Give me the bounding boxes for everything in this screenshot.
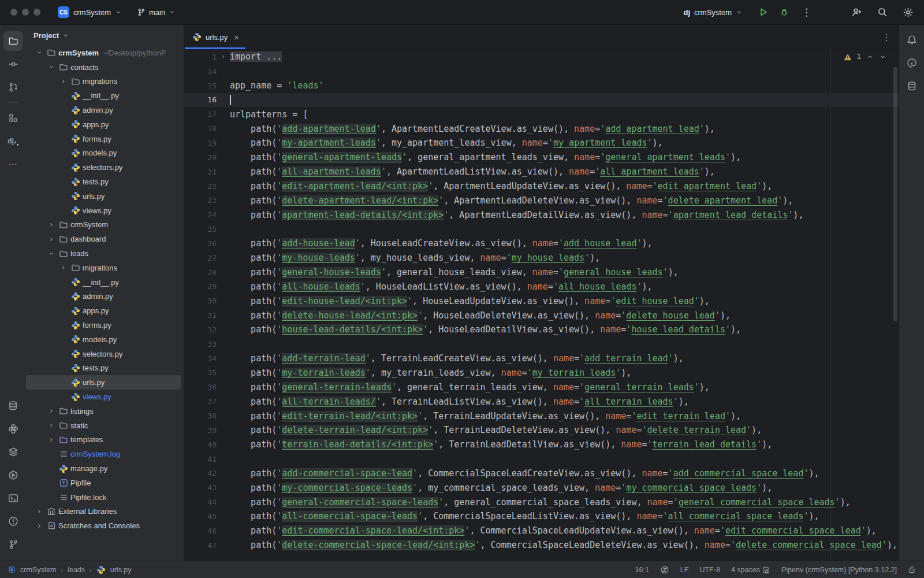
indent-widget[interactable]: 4 spaces <box>731 566 770 574</box>
window-minimize-button[interactable] <box>22 9 29 16</box>
tool-button-version-control-icon[interactable] <box>3 535 23 554</box>
tree-item-selectors-py[interactable]: selectors.py <box>26 347 184 361</box>
line-number[interactable]: 28 <box>184 268 217 277</box>
code-line-38[interactable]: 38 path('edit-terrain-lead/<int:pk>', Te… <box>184 409 899 423</box>
chevron-right-icon[interactable] <box>33 523 45 529</box>
tool-button-project-folder-icon[interactable] <box>3 31 23 51</box>
prev-problem-chevron-up-icon[interactable] <box>866 53 874 61</box>
tool-button-commit-icon[interactable] <box>3 54 23 74</box>
line-number[interactable]: 14 <box>184 67 217 76</box>
search-everywhere-icon[interactable] <box>877 7 888 17</box>
line-number[interactable]: 20 <box>184 153 217 162</box>
code-line-18[interactable]: 18 path('add-apartment-lead', ApartmentL… <box>184 121 899 136</box>
code-line-17[interactable]: 17urlpatterns = [ <box>184 107 899 121</box>
tool-button-python-packages-icon[interactable] <box>3 419 23 439</box>
tool-button-notifications-bell-icon[interactable] <box>902 30 922 50</box>
project-panel-header[interactable]: Project <box>26 25 184 46</box>
line-number[interactable]: 43 <box>184 483 217 492</box>
debug-button[interactable] <box>780 8 789 17</box>
code-line-40[interactable]: 40 path('terrain-lead-details/<int:pk>',… <box>184 438 899 452</box>
tool-button-layers-icon[interactable] <box>3 442 23 462</box>
code-line-35[interactable]: 35 path('my-terrain-leads', my_terrain_l… <box>184 366 899 380</box>
line-number[interactable]: 40 <box>184 440 217 449</box>
chevron-down-icon[interactable] <box>45 64 57 71</box>
code-line-30[interactable]: 30 path('edit-house-lead/<int:pk>', Hous… <box>184 294 899 308</box>
line-number[interactable]: 33 <box>184 340 217 349</box>
code-line-47[interactable]: 47 path('delete-commercial-space-lead/<i… <box>184 538 899 553</box>
line-number[interactable]: 47 <box>184 541 217 550</box>
tree-item-selectors-py[interactable]: selectors.py <box>26 160 184 175</box>
line-number[interactable]: 24 <box>184 210 217 219</box>
tree-item-models-py[interactable]: models.py <box>26 146 184 161</box>
chevron-right-icon[interactable] <box>45 422 57 429</box>
tree-item-scratches-and-consoles[interactable]: Scratches and Consoles <box>26 518 184 533</box>
tree-item-forms-py[interactable]: forms.py <box>26 132 184 146</box>
code-line-24[interactable]: 24 path('apartment-lead-details/<int:pk>… <box>184 208 899 222</box>
tree-item-tests-py[interactable]: tests.py <box>26 175 184 189</box>
tool-button-pull-requests-icon[interactable] <box>3 77 23 97</box>
tree-item-crmsystem[interactable]: crmSystem~/Desktop/pythonP <box>26 46 184 60</box>
tree-item-crmsystem-log[interactable]: crmSystem.log <box>26 447 184 461</box>
code-line-29[interactable]: 29 path('all-house-leads', HouseLeadList… <box>184 280 899 294</box>
tree-item-templates[interactable]: templates <box>26 433 184 447</box>
highlighting-level-icon[interactable] <box>660 565 669 575</box>
tree-item-dashboard[interactable]: dashboard <box>26 232 184 246</box>
line-number[interactable]: 35 <box>184 368 217 377</box>
inspections-widget[interactable]: 1 <box>844 53 886 61</box>
code-line-45[interactable]: 45 path('all-commercial-space-leads', Co… <box>184 509 899 524</box>
interpreter-widget[interactable]: Pipenv (crmSystem) [Python 3.12.2] <box>781 566 897 574</box>
line-number[interactable]: 27 <box>184 254 217 262</box>
tool-button-terminal-icon[interactable] <box>3 488 23 508</box>
code-line-25[interactable]: 25 <box>184 222 899 236</box>
line-number[interactable]: 34 <box>184 354 217 363</box>
tree-item-forms-py[interactable]: forms.py <box>26 318 184 332</box>
line-number[interactable]: 44 <box>184 498 217 506</box>
code-line-36[interactable]: 36 path('general-terrain-leads', general… <box>184 380 899 394</box>
tool-button-database-icon[interactable] <box>902 76 922 96</box>
line-number[interactable]: 31 <box>184 311 217 320</box>
code-line-21[interactable]: 21 path('all-apartment-leads', Apartment… <box>184 165 899 179</box>
code-line-42[interactable]: 42 path('add-commercial-space-lead', Com… <box>184 466 899 480</box>
tool-button-structure-icon[interactable] <box>3 108 23 128</box>
code-line-23[interactable]: 23 path('delete-apartment-lead/<int:pk>'… <box>184 193 899 208</box>
tab-urls-py[interactable]: urls.py × <box>184 25 246 49</box>
tree-item-tests-py[interactable]: tests.py <box>26 361 184 376</box>
chevron-right-icon[interactable] <box>45 221 57 228</box>
tree-item-migrations[interactable]: migrations <box>26 75 184 89</box>
chevron-right-icon[interactable] <box>45 236 57 243</box>
tool-button-database-tool-icon[interactable] <box>3 396 23 416</box>
tool-button-problems-icon[interactable] <box>3 512 23 531</box>
window-close-button[interactable] <box>10 9 17 16</box>
run-configuration-widget[interactable]: dj crmSystem <box>683 8 743 17</box>
code-line-20[interactable]: 20 path('general-apartment-leads', gener… <box>184 150 899 165</box>
chevron-right-icon[interactable] <box>57 78 69 85</box>
code-line-19[interactable]: 19 path('my-apartment-leads', my_apartme… <box>184 136 899 150</box>
tool-button-ai-assistant-icon[interactable] <box>902 53 922 73</box>
fold-arrow-icon[interactable]: › <box>217 53 230 61</box>
line-number[interactable]: 1 <box>184 53 217 61</box>
code-line-33[interactable]: 33 <box>184 337 899 351</box>
tree-item-manage-py[interactable]: manage.py <box>26 461 184 476</box>
encoding-widget[interactable]: UTF-8 <box>699 566 720 574</box>
line-number[interactable]: 36 <box>184 383 217 391</box>
tool-button-services-icon[interactable] <box>3 465 23 485</box>
tree-item-models-py[interactable]: models.py <box>26 332 184 347</box>
settings-gear-icon[interactable] <box>903 7 914 18</box>
tree-item-crmsystem[interactable]: crmSystem <box>26 218 184 232</box>
line-number[interactable]: 41 <box>184 455 217 464</box>
code-line-44[interactable]: 44 path('general-commercial-space-leads'… <box>184 495 899 509</box>
tree-item-admin-py[interactable]: admin.py <box>26 290 184 304</box>
tree-item-apps-py[interactable]: apps.py <box>26 117 184 132</box>
chevron-right-icon[interactable] <box>45 407 57 414</box>
code-line-28[interactable]: 28 path('general-house-leads', general_h… <box>184 265 899 280</box>
line-number[interactable]: 29 <box>184 282 217 291</box>
breadcrumb-item[interactable]: crmSystem <box>20 566 57 574</box>
tree-item-views-py[interactable]: views.py <box>26 203 184 218</box>
line-number[interactable]: 42 <box>184 469 217 477</box>
tree-item-urls-py[interactable]: urls.py <box>26 189 184 203</box>
code-line-46[interactable]: 46 path('edit-commercial-space-lead/<int… <box>184 524 899 538</box>
editor-options-icon[interactable]: ⋮ <box>882 32 891 43</box>
code-line-26[interactable]: 26 path('add-house-lead', HouseLeadCreat… <box>184 236 899 251</box>
tree-item--init-py[interactable]: __init__.py <box>26 88 184 103</box>
code-line-31[interactable]: 31 path('delete-house-lead/<int:pk>', Ho… <box>184 308 899 323</box>
